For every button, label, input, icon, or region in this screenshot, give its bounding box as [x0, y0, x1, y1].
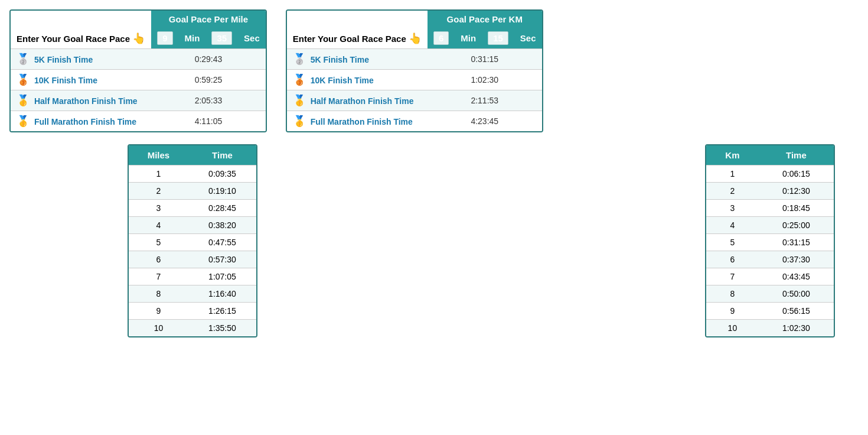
table-row: 1 0:09:35	[129, 165, 256, 183]
miles-dist: 4	[129, 217, 188, 234]
medal-icon: 🥇	[293, 95, 306, 106]
mile-min-label: Min	[179, 28, 206, 49]
miles-time: 0:57:30	[188, 251, 256, 268]
medal-icon: 🥇	[293, 115, 306, 127]
km-pace-title: Goal Pace Per KM	[428, 11, 542, 28]
miles-time: 1:35:50	[188, 320, 256, 337]
mile-race-label: 🥉 10K Finish Time	[11, 70, 151, 90]
miles-time: 0:47:55	[188, 234, 256, 251]
miles-time: 1:16:40	[188, 285, 256, 303]
km-time: 0:12:30	[759, 183, 834, 200]
table-row: 6 0:37:30	[706, 251, 834, 268]
mile-race-label: 🥇 Half Marathon Finish Time	[11, 90, 151, 111]
table-row: 2 0:12:30	[706, 183, 834, 200]
mile-finish-time: 4:11:05	[151, 111, 266, 132]
table-row: 🥉 10K Finish Time 0:59:25	[11, 70, 266, 90]
miles-dist: 1	[129, 165, 188, 183]
km-dist: 6	[706, 251, 759, 268]
medal-icon: 🥈	[293, 53, 306, 65]
miles-time: 0:09:35	[188, 165, 256, 183]
km-time: 0:18:45	[759, 200, 834, 217]
table-row: 3 0:28:45	[129, 200, 256, 217]
miles-splits-table: Miles Time 1 0:09:35 2 0:19:10 3 0:28:45…	[129, 145, 256, 336]
miles-dist: 5	[129, 234, 188, 251]
miles-dist: 8	[129, 285, 188, 303]
miles-time: 0:38:20	[188, 217, 256, 234]
table-row: 8 1:16:40	[129, 285, 256, 303]
medal-icon: 🥇	[17, 115, 30, 127]
mile-finish-time: 0:29:43	[151, 49, 266, 70]
table-row: 🥇 Half Marathon Finish Time 2:05:33	[11, 90, 266, 111]
km-race-label: 🥈 5K Finish Time	[287, 49, 428, 70]
miles-splits-wrapper: Miles Time 1 0:09:35 2 0:19:10 3 0:28:45…	[128, 144, 257, 337]
table-row: 10 1:35:50	[129, 320, 256, 337]
km-finish-time: 4:23:45	[428, 111, 542, 132]
table-row: 6 0:57:30	[129, 251, 256, 268]
mile-minutes-value[interactable]: 9	[151, 28, 178, 49]
race-name: 10K Finish Time	[34, 76, 97, 85]
mile-goal-label: Enter Your Goal Race Pace 👆	[11, 28, 151, 49]
km-dist: 5	[706, 234, 759, 251]
km-dist: 7	[706, 268, 759, 285]
km-race-label: 🥉 10K Finish Time	[287, 70, 428, 90]
table-row: 4 0:25:00	[706, 217, 834, 234]
km-time: 0:31:15	[759, 234, 834, 251]
km-splits-table: Km Time 1 0:06:15 2 0:12:30 3 0:18:45 4 …	[706, 145, 834, 336]
table-row: 5 0:31:15	[706, 234, 834, 251]
miles-dist: 9	[129, 303, 188, 320]
km-dist: 8	[706, 285, 759, 303]
km-dist: 1	[706, 165, 759, 183]
table-row: 1 0:06:15	[706, 165, 834, 183]
km-race-label: 🥇 Half Marathon Finish Time	[287, 90, 428, 111]
miles-dist: 2	[129, 183, 188, 200]
km-pace-wrapper: Goal Pace Per KM Enter Your Goal Race Pa…	[286, 9, 543, 132]
table-row: 7 1:07:05	[129, 268, 256, 285]
race-name: Full Marathon Finish Time	[34, 117, 136, 126]
pointer-icon-km: 👆	[409, 33, 422, 44]
table-row: 🥈 5K Finish Time 0:31:15	[287, 49, 542, 70]
table-row: 🥇 Full Marathon Finish Time 4:23:45	[287, 111, 542, 132]
km-minutes-value[interactable]: 6	[428, 28, 455, 49]
table-row: 5 0:47:55	[129, 234, 256, 251]
miles-dist: 10	[129, 320, 188, 337]
km-dist: 3	[706, 200, 759, 217]
table-row: 4 0:38:20	[129, 217, 256, 234]
km-time: 0:06:15	[759, 165, 834, 183]
race-name: Half Marathon Finish Time	[34, 96, 138, 106]
bottom-section: Miles Time 1 0:09:35 2 0:19:10 3 0:28:45…	[9, 144, 859, 337]
pointer-icon-mile: 👆	[132, 33, 145, 44]
table-row: 9 1:26:15	[129, 303, 256, 320]
mile-pace-title: Goal Pace Per Mile	[151, 11, 266, 28]
km-dist: 10	[706, 320, 759, 337]
km-dist: 4	[706, 217, 759, 234]
mile-race-label: 🥇 Full Marathon Finish Time	[11, 111, 151, 132]
km-sec-label: Sec	[514, 28, 542, 49]
race-name: Half Marathon Finish Time	[311, 96, 414, 106]
mile-sec-label: Sec	[238, 28, 266, 49]
race-name: 5K Finish Time	[34, 55, 93, 64]
table-row: 2 0:19:10	[129, 183, 256, 200]
mile-goal-header-empty	[11, 11, 151, 28]
km-col-header: Km	[706, 145, 759, 165]
km-dist: 9	[706, 303, 759, 320]
medal-icon: 🥉	[17, 74, 30, 86]
km-time: 0:37:30	[759, 251, 834, 268]
mile-seconds-value[interactable]: 35	[205, 28, 238, 49]
miles-time-header: Time	[188, 145, 256, 165]
table-row: 🥇 Half Marathon Finish Time 2:11:53	[287, 90, 542, 111]
km-time: 0:43:45	[759, 268, 834, 285]
race-name: 5K Finish Time	[311, 55, 369, 64]
race-name: 10K Finish Time	[311, 76, 374, 85]
miles-dist: 7	[129, 268, 188, 285]
km-pace-table: Goal Pace Per KM Enter Your Goal Race Pa…	[287, 11, 542, 131]
km-race-label: 🥇 Full Marathon Finish Time	[287, 111, 428, 132]
medal-icon: 🥇	[17, 95, 30, 106]
mile-pace-wrapper: Goal Pace Per Mile Enter Your Goal Race …	[9, 9, 267, 132]
miles-dist: 3	[129, 200, 188, 217]
km-seconds-value[interactable]: 15	[482, 28, 514, 49]
km-time: 0:50:00	[759, 285, 834, 303]
km-time: 0:56:15	[759, 303, 834, 320]
mile-race-label: 🥈 5K Finish Time	[11, 49, 151, 70]
miles-time: 1:26:15	[188, 303, 256, 320]
km-goal-label: Enter Your Goal Race Pace 👆	[287, 28, 428, 49]
